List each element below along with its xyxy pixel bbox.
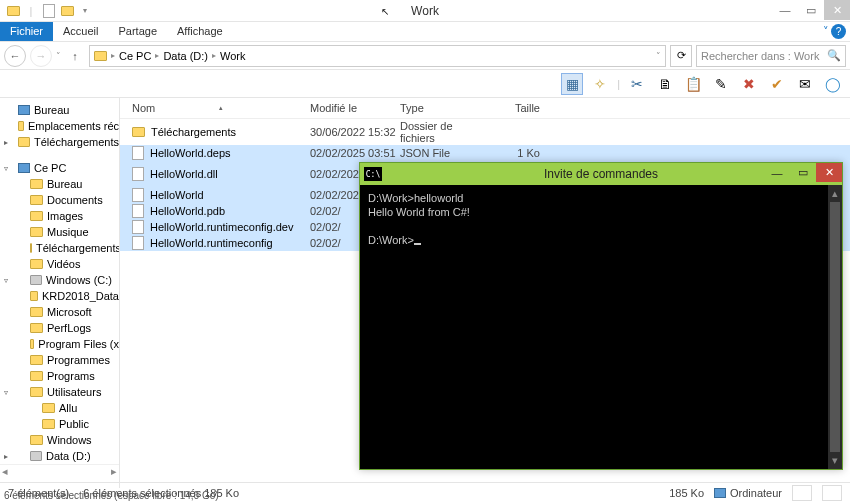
column-headers[interactable]: Nom▴ Modifié le Type Taille — [120, 98, 850, 119]
cmd-close-button[interactable]: ✕ — [816, 163, 842, 182]
tree-c-item[interactable]: Windows — [0, 432, 119, 448]
tree-pc-item[interactable]: Téléchargements — [0, 240, 119, 256]
delete-button[interactable]: ✖ — [738, 73, 760, 95]
cmd-scrollbar[interactable]: ▴▾ — [828, 185, 842, 469]
new-item-button[interactable]: ✧ — [589, 73, 611, 95]
col-modified[interactable]: Modifié le — [310, 102, 400, 114]
crumb-pc[interactable]: Ce PC — [119, 50, 151, 62]
col-size[interactable]: Taille — [490, 102, 540, 114]
tree-pc-item[interactable]: Musique — [0, 224, 119, 240]
large-icons-button[interactable] — [822, 485, 842, 501]
cmd-output[interactable]: D:\Work>helloworld Hello World from C#! … — [360, 185, 842, 469]
close-button[interactable]: ✕ — [824, 0, 850, 20]
folder-icon — [30, 179, 43, 189]
tree-pc-item[interactable]: Vidéos — [0, 256, 119, 272]
cmd-title: Invite de commandes — [544, 167, 658, 181]
tree-c-item[interactable]: Programmes — [0, 352, 119, 368]
rename-button[interactable]: ✎ — [710, 73, 732, 95]
pc-icon — [18, 105, 30, 115]
tree-c-drive[interactable]: ▿Windows (C:) — [0, 272, 119, 288]
accept-button[interactable]: ✔ — [766, 73, 788, 95]
minimize-button[interactable]: — — [772, 0, 798, 20]
tree-c-item[interactable]: KRD2018_Data — [0, 288, 119, 304]
tree-quick-item[interactable]: Bureau — [0, 102, 119, 118]
col-name[interactable]: Nom — [132, 102, 155, 114]
folder-icon — [42, 403, 55, 413]
col-type[interactable]: Type — [400, 102, 490, 114]
file-row[interactable]: HelloWorld.deps02/02/2025 03:51JSON File… — [120, 145, 850, 161]
details-view-button[interactable] — [792, 485, 812, 501]
tree-user-item[interactable]: Allu — [0, 400, 119, 416]
tree-label: Musique — [47, 226, 89, 238]
tree-label: Ce PC — [34, 162, 66, 174]
tree-label: Programs — [47, 370, 95, 382]
cmd-minimize-button[interactable]: — — [764, 163, 790, 182]
history-dropdown-icon[interactable]: ˅ — [56, 51, 61, 61]
folder-icon — [30, 291, 38, 301]
ribbon-expand-icon[interactable]: ˅ — [823, 25, 829, 38]
view-layout-button[interactable]: ▦ — [561, 73, 583, 95]
address-bar[interactable]: ▸ Ce PC ▸ Data (D:) ▸ Work ˅ — [89, 45, 666, 67]
properties-icon[interactable] — [40, 2, 58, 20]
tree-pc-item[interactable]: Bureau — [0, 176, 119, 192]
chevron-right-icon[interactable]: ▸ — [212, 51, 216, 60]
tree-d-drive[interactable]: ▸Data (D:) — [0, 448, 119, 464]
tab-view[interactable]: Affichage — [167, 22, 233, 41]
help-icon[interactable]: ? — [831, 24, 846, 39]
folder-icon — [18, 137, 30, 147]
address-folder-icon — [94, 51, 107, 61]
tree-pc-item[interactable]: Documents — [0, 192, 119, 208]
tree-user-item[interactable]: Public — [0, 416, 119, 432]
cmd-cursor — [414, 243, 421, 245]
sync-button[interactable]: ◯ — [822, 73, 844, 95]
tree-label: Data (D:) — [46, 450, 91, 462]
forward-button[interactable]: → — [30, 45, 52, 67]
chevron-right-icon[interactable]: ▸ — [111, 51, 115, 60]
tab-home[interactable]: Accueil — [53, 22, 108, 41]
cmd-maximize-button[interactable]: ▭ — [790, 163, 816, 182]
tree-c-item[interactable]: Microsoft — [0, 304, 119, 320]
tree-label: Windows (C:) — [46, 274, 112, 286]
file-name: HelloWorld.deps — [150, 147, 231, 159]
cmd-title-bar[interactable]: C:\ Invite de commandes — ▭ ✕ — [360, 163, 842, 185]
command-prompt-window[interactable]: C:\ Invite de commandes — ▭ ✕ D:\Work>he… — [359, 162, 843, 470]
new-folder-icon[interactable] — [58, 2, 76, 20]
tree-c-item[interactable]: Programs — [0, 368, 119, 384]
nav-scrollbar[interactable]: ◂▸ — [0, 464, 119, 478]
copy-button[interactable]: 🗎 — [654, 73, 676, 95]
search-input[interactable]: Rechercher dans : Work 🔍 — [696, 45, 846, 67]
file-icon — [132, 220, 144, 234]
cut-button[interactable]: ✂ — [626, 73, 648, 95]
folder-icon — [42, 419, 55, 429]
up-button[interactable]: ↑ — [65, 46, 85, 66]
tree-c-item[interactable]: PerfLogs — [0, 320, 119, 336]
qat-dropdown-icon[interactable]: ▾ — [76, 2, 94, 20]
folder-icon — [30, 435, 43, 445]
file-icon — [132, 236, 144, 250]
drive-icon — [30, 451, 42, 461]
file-icon — [132, 167, 144, 181]
back-button[interactable]: ← — [4, 45, 26, 67]
tree-c-item[interactable]: ▿Utilisateurs — [0, 384, 119, 400]
crumb-folder[interactable]: Work — [220, 50, 245, 62]
navigation-pane[interactable]: BureauEmplacements réc▸Téléchargements ▿… — [0, 98, 120, 488]
tree-c-item[interactable]: Program Files (x — [0, 336, 119, 352]
crumb-drive[interactable]: Data (D:) — [163, 50, 208, 62]
tree-quick-item[interactable]: ▸Téléchargements — [0, 134, 119, 150]
refresh-button[interactable]: ⟳ — [670, 45, 692, 67]
folder-icon — [30, 259, 43, 269]
folder-icon — [30, 387, 43, 397]
mail-button[interactable]: ✉ — [794, 73, 816, 95]
search-icon: 🔍 — [827, 49, 841, 62]
tree-pc-item[interactable]: Images — [0, 208, 119, 224]
tab-share[interactable]: Partage — [108, 22, 167, 41]
maximize-button[interactable]: ▭ — [798, 0, 824, 20]
chevron-right-icon[interactable]: ▸ — [155, 51, 159, 60]
tree-this-pc[interactable]: ▿Ce PC — [0, 160, 119, 176]
file-name: HelloWorld — [150, 189, 204, 201]
file-row[interactable]: Téléchargements30/06/2022 15:32Dossier d… — [120, 119, 850, 145]
tree-quick-item[interactable]: Emplacements réc — [0, 118, 119, 134]
tab-file[interactable]: Fichier — [0, 22, 53, 41]
paste-button[interactable]: 📋 — [682, 73, 704, 95]
address-dropdown-icon[interactable]: ˅ — [656, 51, 661, 61]
